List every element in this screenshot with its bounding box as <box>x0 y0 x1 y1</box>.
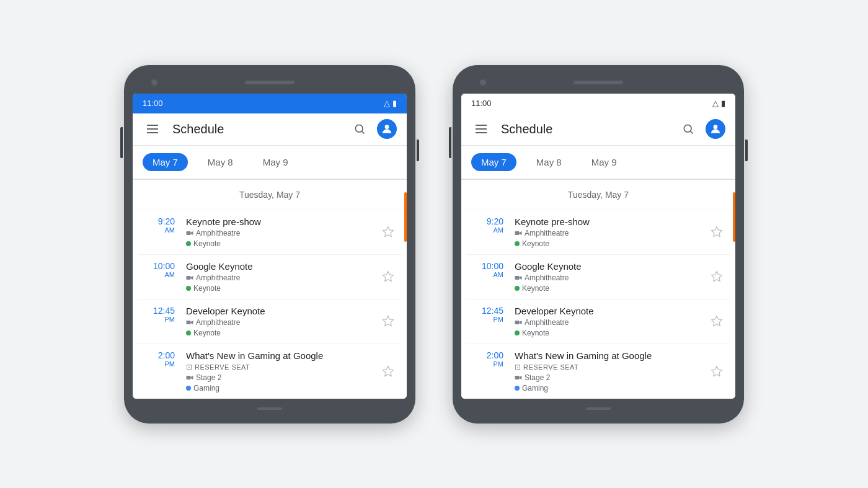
svg-marker-13 <box>191 376 193 379</box>
date-tab-2[interactable]: May 9 <box>253 153 298 171</box>
date-tab-0[interactable]: May 7 <box>471 153 516 171</box>
event-tag: Gaming <box>186 384 373 393</box>
search-button[interactable] <box>678 119 698 139</box>
volume-button[interactable] <box>449 127 451 158</box>
power-button[interactable] <box>745 140 748 161</box>
reserve-meta: ⊡ RESERVE SEAT <box>186 363 373 371</box>
event-time: 12:45PM <box>143 306 175 324</box>
phone-screen: 11:00 △ ▮ ScheduleMay 7May 8May 9Tuesday… <box>133 94 407 399</box>
tag-label: Gaming <box>522 384 548 393</box>
phone-camera <box>151 79 157 86</box>
day-header: Tuesday, May 7 <box>133 180 407 210</box>
event-tag: Keynote <box>515 329 702 337</box>
ticket-icon: ⊡ <box>186 363 192 371</box>
svg-marker-26 <box>712 316 722 326</box>
phone-bottom-bar <box>461 404 735 414</box>
event-tag: Keynote <box>186 284 373 293</box>
star-button[interactable] <box>708 313 725 330</box>
schedule-content: Tuesday, May 79:20AMKeynote pre-show Amp… <box>133 180 407 399</box>
star-icon <box>711 226 723 238</box>
event-tag: Keynote <box>186 329 373 337</box>
date-tab-1[interactable]: May 8 <box>198 153 243 171</box>
event-time-hour: 2:00 <box>143 350 175 361</box>
event-title: Keynote pre-show <box>186 216 373 227</box>
svg-marker-5 <box>383 227 394 237</box>
venue-meta: Stage 2 <box>186 373 373 382</box>
venue-name: Amphitheatre <box>525 318 569 327</box>
svg-marker-19 <box>520 231 522 235</box>
menu-button[interactable] <box>471 119 491 139</box>
wifi-icon: △ <box>712 99 719 108</box>
power-button[interactable] <box>417 140 419 161</box>
reserve-meta: ⊡ RESERVE SEAT <box>515 363 702 371</box>
svg-marker-22 <box>520 276 522 280</box>
home-button[interactable] <box>257 407 282 410</box>
video-camera-icon <box>515 229 522 237</box>
status-icons: △ ▮ <box>384 99 397 108</box>
video-camera-icon <box>186 374 193 381</box>
event-details: Keynote pre-show Amphitheatre Keynote <box>181 216 373 248</box>
venue-meta: Amphitheatre <box>186 273 373 282</box>
phone-speaker <box>245 81 294 84</box>
schedule-item: 9:20AMKeynote pre-show Amphitheatre Keyn… <box>466 210 730 254</box>
schedule-content: Tuesday, May 79:20AMKeynote pre-show Amp… <box>461 180 735 399</box>
venue-name: Stage 2 <box>196 373 221 382</box>
event-tag: Keynote <box>186 239 373 248</box>
star-button[interactable] <box>708 268 725 285</box>
event-details: What's New in Gaming at Google ⊡ RESERVE… <box>181 350 373 393</box>
event-details: Keynote pre-show Amphitheatre Keynote <box>510 216 702 248</box>
svg-rect-9 <box>187 321 191 324</box>
home-button[interactable] <box>586 407 611 410</box>
status-time: 11:00 <box>471 99 492 108</box>
star-button[interactable] <box>379 363 397 380</box>
tag-label: Keynote <box>522 239 549 248</box>
svg-rect-24 <box>515 321 520 324</box>
venue-meta: Amphitheatre <box>515 318 702 327</box>
menu-button[interactable] <box>143 119 162 139</box>
svg-point-15 <box>684 125 691 132</box>
star-button[interactable] <box>379 268 397 285</box>
svg-marker-10 <box>191 321 193 324</box>
schedule-item: 12:45PMDeveloper Keynote Amphitheatre Ke… <box>466 299 730 344</box>
star-button[interactable] <box>379 223 397 241</box>
event-details: What's New in Gaming at Google ⊡ RESERVE… <box>510 350 702 393</box>
svg-rect-3 <box>187 231 191 235</box>
avatar-icon <box>709 123 722 135</box>
date-tab-1[interactable]: May 8 <box>526 153 572 171</box>
status-icons: △ ▮ <box>712 99 725 108</box>
date-tab-2[interactable]: May 9 <box>582 153 627 171</box>
svg-marker-29 <box>712 366 722 376</box>
star-button[interactable] <box>708 223 725 241</box>
app-title: Schedule <box>172 122 350 136</box>
event-time: 9:20AM <box>143 216 175 234</box>
date-tab-0[interactable]: May 7 <box>143 153 188 171</box>
venue-meta: Stage 2 <box>515 373 702 382</box>
star-button[interactable] <box>379 313 397 330</box>
schedule-item: 10:00AMGoogle Keynote Amphitheatre Keyno… <box>466 254 730 299</box>
star-button[interactable] <box>708 363 725 380</box>
event-title: Developer Keynote <box>515 306 702 316</box>
video-camera-icon <box>515 274 522 282</box>
star-icon <box>711 315 723 327</box>
user-avatar-button[interactable] <box>706 119 725 139</box>
event-time: 12:45PM <box>471 306 503 324</box>
event-time-period: PM <box>471 360 503 368</box>
star-icon <box>382 365 394 378</box>
volume-button[interactable] <box>120 127 123 158</box>
phone-2: 11:00 △ ▮ ScheduleMay 7May 8May 9Tuesday… <box>453 65 744 424</box>
search-button[interactable] <box>350 119 370 139</box>
star-icon <box>382 270 394 283</box>
event-title: Google Keynote <box>186 261 373 272</box>
event-time-period: AM <box>471 226 503 234</box>
event-details: Google Keynote Amphitheatre Keynote <box>181 261 373 293</box>
wifi-icon: △ <box>384 99 390 108</box>
tag-label: Keynote <box>522 329 549 337</box>
svg-marker-28 <box>520 376 522 379</box>
search-icon <box>353 123 366 135</box>
event-time-hour: 9:20 <box>143 216 175 227</box>
event-tag: Keynote <box>515 239 702 248</box>
phone-camera <box>480 79 486 86</box>
user-avatar-button[interactable] <box>377 119 397 139</box>
video-camera-icon <box>186 229 193 237</box>
event-time-period: PM <box>143 316 175 323</box>
